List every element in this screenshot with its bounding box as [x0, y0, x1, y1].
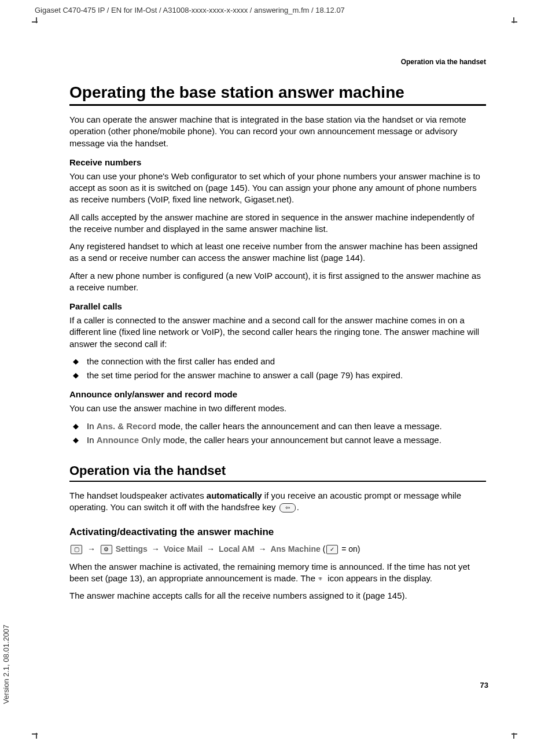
bullet-list: the connection with the first caller has…: [69, 356, 486, 382]
paragraph: If a caller is connected to the answer m…: [69, 315, 486, 350]
heading-2: Operation via the handset: [69, 463, 486, 478]
crop-mark: [511, 733, 517, 735]
paragraph: You can use the answer machine in two di…: [69, 403, 486, 414]
version-label: Version 2.1, 08.01.2007: [2, 625, 10, 704]
menu-key-icon: ▢: [71, 545, 82, 554]
list-item: the set time period for the answer machi…: [69, 370, 486, 381]
arrow-icon: →: [207, 544, 215, 554]
text: icon appears in the display.: [325, 573, 432, 583]
text: (: [323, 544, 326, 554]
paragraph: All calls accepted by the answer machine…: [69, 212, 486, 235]
text: mode, the caller hears the announcement …: [156, 421, 442, 431]
menu-item: Ans Machine: [270, 544, 320, 554]
subhead-receive-numbers: Receive numbers: [69, 157, 486, 167]
heading-3: Activating/deactivating the answer machi…: [69, 526, 486, 538]
mode-label: Announce Only: [97, 435, 161, 445]
answer-machine-icon: ᯤ: [318, 574, 325, 583]
text: .: [297, 502, 299, 512]
paragraph: When the answer machine is activated, th…: [69, 561, 486, 585]
menu-item: Local AM: [219, 544, 255, 554]
bold-text: automatically: [207, 491, 262, 500]
crop-mark: [36, 17, 37, 23]
handsfree-key-icon: ⇦: [279, 503, 296, 512]
menu-item: Voice Mail: [164, 544, 203, 554]
list-item: In Announce Only mode, the caller hears …: [69, 434, 486, 446]
bullet-list: In Ans. & Record mode, the caller hears …: [69, 421, 486, 447]
arrow-icon: →: [259, 544, 267, 554]
crop-mark: [36, 733, 37, 739]
crop-mark: [513, 733, 514, 739]
list-item: the connection with the first caller has…: [69, 356, 486, 367]
running-header: Operation via the handset: [69, 58, 486, 66]
paragraph: Any registered handset to which at least…: [69, 241, 486, 264]
arrow-icon: →: [152, 544, 160, 554]
subhead-modes: Announce only/answer and record mode: [69, 389, 486, 399]
menu-navigation: ▢ → ⚙ Settings → Voice Mail → Local AM →…: [69, 543, 486, 555]
text: = on): [339, 544, 360, 554]
checkmark-icon: ✓: [326, 545, 338, 554]
text: In: [87, 435, 97, 445]
page-number: 73: [480, 681, 488, 689]
paragraph: After a new phone number is configured (…: [69, 270, 486, 294]
text: mode, the caller hears your announcement…: [161, 435, 441, 445]
text: The handset loudspeaker activates: [69, 491, 207, 500]
heading-1: Operating the base station answer machin…: [69, 83, 486, 102]
intro-paragraph: You can operate the answer machine that …: [69, 114, 486, 149]
arrow-icon: →: [87, 544, 95, 554]
paragraph: The answer machine accepts calls for all…: [69, 590, 486, 602]
text: In: [87, 421, 97, 431]
heading-rule: [69, 104, 486, 106]
doc-header-path: Gigaset C470-475 IP / EN for IM-Ost / A3…: [35, 6, 345, 14]
menu-item: Settings: [116, 544, 148, 554]
subhead-parallel-calls: Parallel calls: [69, 301, 486, 311]
heading-rule: [69, 481, 486, 482]
mode-label: Ans. & Record: [97, 421, 156, 431]
crop-mark: [513, 17, 514, 23]
list-item: In Ans. & Record mode, the caller hears …: [69, 421, 486, 432]
page-content: Operation via the handset Operating the …: [69, 58, 486, 608]
crop-mark: [511, 21, 517, 23]
paragraph: The handset loudspeaker activates automa…: [69, 490, 486, 514]
settings-icon: ⚙: [101, 545, 112, 554]
paragraph: You can use your phone's Web configurato…: [69, 171, 486, 206]
